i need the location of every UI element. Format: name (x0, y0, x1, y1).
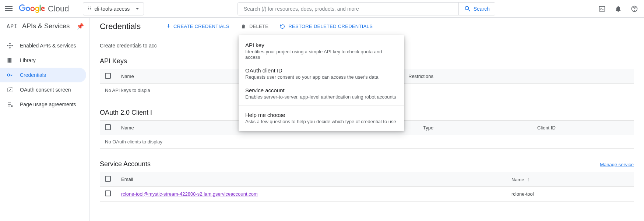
restore-button[interactable]: RESTORE DELETED CREDENTIALS (279, 24, 373, 29)
menu-item-oauth-client[interactable]: OAuth client ID Requests user consent so… (239, 64, 404, 83)
search-icon (464, 5, 471, 13)
agreement-icon (7, 101, 13, 108)
sidebar-title: APIs & Services (22, 22, 70, 30)
svg-rect-12 (8, 88, 12, 92)
select-all-checkbox[interactable] (105, 176, 111, 182)
plus-icon: + (166, 22, 170, 30)
sidebar-item-oauth-consent[interactable]: OAuth consent screen (0, 82, 89, 97)
page-action-bar: Credentials + CREATE CREDENTIALS DELETE … (89, 18, 644, 35)
table-row: rclone-tool@mystic-stream-422808-s2.iam.… (100, 187, 634, 202)
sidebar: API APIs & Services 📌 Enabled APIs & ser… (0, 18, 89, 221)
menu-separator (239, 106, 404, 106)
col-name[interactable]: Name (116, 121, 241, 135)
sidebar-header: API APIs & Services 📌 (0, 18, 89, 35)
project-icon: ⠿ (88, 6, 91, 12)
svg-rect-9 (9, 58, 10, 63)
svg-point-13 (11, 106, 13, 107)
help-icon[interactable] (631, 5, 638, 13)
svg-point-3 (10, 45, 11, 46)
project-name: cli-tools-access (94, 6, 130, 12)
svg-point-5 (10, 47, 11, 49)
sidebar-item-page-usage[interactable]: Page usage agreements (0, 97, 89, 112)
menu-item-api-key[interactable]: API key Identifies your project using a … (239, 38, 404, 64)
google-logo-icon (18, 4, 46, 13)
create-credentials-button[interactable]: + CREATE CREDENTIALS (166, 22, 229, 30)
section-service-accounts-title: Service Accounts (100, 160, 151, 168)
sidebar-item-library[interactable]: Library (0, 53, 89, 68)
chevron-down-icon (136, 8, 139, 10)
col-email[interactable]: Email (116, 172, 506, 187)
notifications-icon[interactable] (615, 5, 622, 13)
svg-point-11 (7, 74, 10, 76)
page-title: Credentials (100, 22, 141, 31)
search-button[interactable]: Search (458, 3, 495, 15)
create-credentials-menu: API key Identifies your project using a … (239, 35, 404, 131)
col-type[interactable]: Type (418, 121, 532, 135)
row-checkbox[interactable] (105, 190, 111, 196)
svg-point-2 (634, 10, 635, 11)
api-icon: API (7, 23, 18, 30)
service-account-email-link[interactable]: rclone-tool@mystic-stream-422808-s2.iam.… (121, 191, 258, 197)
svg-point-7 (12, 45, 13, 46)
select-all-checkbox[interactable] (105, 124, 111, 130)
svg-point-6 (7, 45, 8, 46)
main-content: Credentials + CREATE CREDENTIALS DELETE … (89, 18, 644, 221)
col-name[interactable]: Name ↑ (506, 172, 634, 187)
cloud-word: Cloud (48, 4, 69, 14)
search-box: Search (237, 2, 495, 15)
cloud-shell-icon[interactable] (598, 5, 606, 13)
delete-button[interactable]: DELETE (240, 24, 268, 29)
enabled-apis-icon (7, 42, 13, 49)
oauth-empty: No OAuth clients to display (100, 135, 634, 149)
restore-icon (279, 24, 285, 29)
sidebar-nav: Enabled APIs & services Library Credenti… (0, 35, 89, 112)
menu-icon[interactable] (4, 4, 13, 13)
sidebar-item-enabled-apis[interactable]: Enabled APIs & services (0, 38, 89, 53)
sort-asc-icon: ↑ (527, 177, 529, 182)
project-picker[interactable]: ⠿ cli-tools-access (83, 2, 144, 15)
svg-rect-8 (8, 58, 8, 63)
top-right-icons (598, 0, 638, 18)
svg-rect-10 (11, 58, 11, 63)
svg-point-4 (10, 43, 11, 44)
sidebar-item-label: Library (20, 57, 36, 63)
col-client-id[interactable]: Client ID (532, 121, 634, 135)
svg-rect-0 (599, 6, 605, 11)
sidebar-item-label: OAuth consent screen (20, 87, 71, 93)
menu-item-help-choose[interactable]: Help me choose Asks a few questions to h… (239, 108, 404, 128)
sidebar-item-credentials[interactable]: Credentials (0, 68, 86, 82)
col-restrictions[interactable]: Restrictions (403, 69, 634, 84)
select-all-checkbox[interactable] (105, 73, 111, 79)
menu-item-service-account[interactable]: Service account Enables server-to-server… (239, 83, 404, 103)
search-input[interactable] (238, 3, 458, 15)
sidebar-item-label: Enabled APIs & services (20, 43, 76, 49)
manage-service-accounts-link[interactable]: Manage service (600, 162, 634, 167)
sidebar-item-label: Page usage agreements (20, 101, 76, 107)
trash-icon (240, 24, 246, 29)
top-bar: Cloud ⠿ cli-tools-access Search (0, 0, 644, 18)
library-icon (7, 57, 13, 64)
service-account-name: rclone-tool (506, 187, 634, 202)
pin-icon[interactable]: 📌 (77, 23, 84, 30)
service-accounts-table: Email Name ↑ rclone-tool@mystic-stream-4… (100, 172, 634, 202)
consent-icon (7, 86, 13, 93)
google-cloud-logo[interactable]: Cloud (18, 4, 69, 14)
key-icon (7, 72, 13, 78)
sidebar-item-label: Credentials (20, 72, 46, 78)
